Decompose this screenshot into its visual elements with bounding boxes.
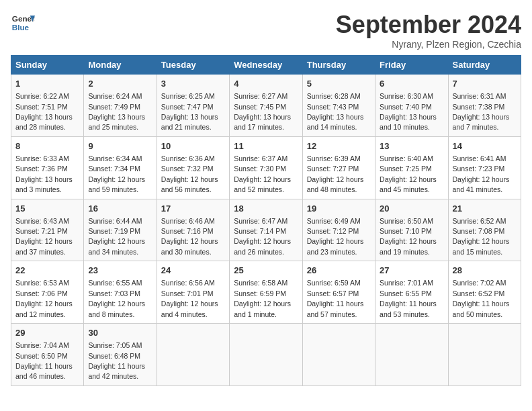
day-number: 21 xyxy=(453,203,517,215)
calendar-cell: 16 Sunrise: 6:44 AMSunset: 7:19 PMDaylig… xyxy=(84,199,157,261)
day-number: 7 xyxy=(453,78,517,90)
calendar-cell: 4 Sunrise: 6:27 AMSunset: 7:45 PMDayligh… xyxy=(230,75,302,137)
calendar-cell: 2 Sunrise: 6:24 AMSunset: 7:49 PMDayligh… xyxy=(84,75,157,137)
day-number: 3 xyxy=(161,78,225,90)
calendar-body: 1 Sunrise: 6:22 AMSunset: 7:51 PMDayligh… xyxy=(11,75,521,386)
page-header: General Blue September 2024 Nyrany, Plze… xyxy=(11,11,521,50)
day-detail: Sunrise: 6:27 AMSunset: 7:45 PMDaylight:… xyxy=(234,92,291,131)
day-detail: Sunrise: 6:47 AMSunset: 7:14 PMDaylight:… xyxy=(234,217,291,256)
location-title: Nyrany, Plzen Region, Czechia xyxy=(336,39,521,50)
calendar-cell: 9 Sunrise: 6:34 AMSunset: 7:34 PMDayligh… xyxy=(84,136,157,199)
day-detail: Sunrise: 7:01 AMSunset: 6:55 PMDaylight:… xyxy=(380,279,437,318)
calendar-week-row: 29 Sunrise: 7:04 AMSunset: 6:50 PMDaylig… xyxy=(11,324,521,386)
day-number: 29 xyxy=(15,327,79,339)
calendar-cell: 3 Sunrise: 6:25 AMSunset: 7:47 PMDayligh… xyxy=(157,75,229,137)
day-number: 2 xyxy=(88,78,152,90)
day-detail: Sunrise: 6:50 AMSunset: 7:10 PMDaylight:… xyxy=(380,217,437,256)
day-detail: Sunrise: 7:02 AMSunset: 6:52 PMDaylight:… xyxy=(453,279,510,318)
day-number: 24 xyxy=(161,265,225,277)
calendar-cell: 1 Sunrise: 6:22 AMSunset: 7:51 PMDayligh… xyxy=(11,75,84,137)
day-detail: Sunrise: 6:56 AMSunset: 7:01 PMDaylight:… xyxy=(161,279,218,318)
day-number: 1 xyxy=(15,78,79,90)
day-number: 10 xyxy=(161,140,225,152)
day-number: 12 xyxy=(307,140,371,152)
col-thursday: Thursday xyxy=(302,56,375,75)
calendar-week-row: 8 Sunrise: 6:33 AMSunset: 7:36 PMDayligh… xyxy=(11,136,521,199)
day-detail: Sunrise: 6:53 AMSunset: 7:06 PMDaylight:… xyxy=(15,279,73,318)
day-detail: Sunrise: 6:44 AMSunset: 7:19 PMDaylight:… xyxy=(88,217,145,256)
day-number: 22 xyxy=(15,265,79,277)
col-wednesday: Wednesday xyxy=(230,56,302,75)
day-number: 26 xyxy=(307,265,371,277)
day-number: 25 xyxy=(234,265,298,277)
day-detail: Sunrise: 6:36 AMSunset: 7:32 PMDaylight:… xyxy=(161,154,218,193)
day-detail: Sunrise: 6:58 AMSunset: 6:59 PMDaylight:… xyxy=(234,279,291,318)
day-number: 30 xyxy=(88,327,152,339)
day-detail: Sunrise: 6:25 AMSunset: 7:47 PMDaylight:… xyxy=(161,92,218,131)
day-detail: Sunrise: 6:28 AMSunset: 7:43 PMDaylight:… xyxy=(307,92,364,131)
day-number: 28 xyxy=(453,265,517,277)
day-detail: Sunrise: 7:05 AMSunset: 6:48 PMDaylight:… xyxy=(88,341,145,380)
calendar-cell: 15 Sunrise: 6:43 AMSunset: 7:21 PMDaylig… xyxy=(11,199,84,261)
col-tuesday: Tuesday xyxy=(157,56,229,75)
calendar-week-row: 22 Sunrise: 6:53 AMSunset: 7:06 PMDaylig… xyxy=(11,261,521,324)
day-detail: Sunrise: 6:49 AMSunset: 7:12 PMDaylight:… xyxy=(307,217,364,256)
logo: General Blue xyxy=(11,11,35,35)
calendar-cell: 5 Sunrise: 6:28 AMSunset: 7:43 PMDayligh… xyxy=(302,75,375,137)
day-detail: Sunrise: 6:22 AMSunset: 7:51 PMDaylight:… xyxy=(15,92,73,131)
calendar-cell: 14 Sunrise: 6:41 AMSunset: 7:23 PMDaylig… xyxy=(448,136,521,199)
calendar-cell: 21 Sunrise: 6:52 AMSunset: 7:08 PMDaylig… xyxy=(448,199,521,261)
calendar-cell: 18 Sunrise: 6:47 AMSunset: 7:14 PMDaylig… xyxy=(230,199,302,261)
day-detail: Sunrise: 6:34 AMSunset: 7:34 PMDaylight:… xyxy=(88,154,145,193)
day-number: 6 xyxy=(380,78,443,90)
col-sunday: Sunday xyxy=(11,56,84,75)
calendar-cell: 27 Sunrise: 7:01 AMSunset: 6:55 PMDaylig… xyxy=(375,261,448,324)
day-detail: Sunrise: 6:46 AMSunset: 7:16 PMDaylight:… xyxy=(161,217,218,256)
day-number: 14 xyxy=(453,140,517,152)
day-number: 16 xyxy=(88,203,152,215)
calendar-cell: 10 Sunrise: 6:36 AMSunset: 7:32 PMDaylig… xyxy=(157,136,229,199)
title-area: September 2024 Nyrany, Plzen Region, Cze… xyxy=(336,11,521,50)
col-saturday: Saturday xyxy=(448,56,521,75)
day-number: 27 xyxy=(380,265,443,277)
day-detail: Sunrise: 6:31 AMSunset: 7:38 PMDaylight:… xyxy=(453,92,510,131)
col-friday: Friday xyxy=(375,56,448,75)
calendar-cell: 26 Sunrise: 6:59 AMSunset: 6:57 PMDaylig… xyxy=(302,261,375,324)
day-detail: Sunrise: 6:52 AMSunset: 7:08 PMDaylight:… xyxy=(453,217,510,256)
day-detail: Sunrise: 7:04 AMSunset: 6:50 PMDaylight:… xyxy=(15,341,73,380)
logo-icon: General Blue xyxy=(11,11,35,35)
calendar-cell: 22 Sunrise: 6:53 AMSunset: 7:06 PMDaylig… xyxy=(11,261,84,324)
day-number: 5 xyxy=(307,78,371,90)
day-detail: Sunrise: 6:30 AMSunset: 7:40 PMDaylight:… xyxy=(380,92,437,131)
svg-text:Blue: Blue xyxy=(12,23,30,32)
col-monday: Monday xyxy=(84,56,157,75)
calendar-week-row: 15 Sunrise: 6:43 AMSunset: 7:21 PMDaylig… xyxy=(11,199,521,261)
calendar-cell: 13 Sunrise: 6:40 AMSunset: 7:25 PMDaylig… xyxy=(375,136,448,199)
calendar-cell: 12 Sunrise: 6:39 AMSunset: 7:27 PMDaylig… xyxy=(302,136,375,199)
calendar-cell: 24 Sunrise: 6:56 AMSunset: 7:01 PMDaylig… xyxy=(157,261,229,324)
day-detail: Sunrise: 6:39 AMSunset: 7:27 PMDaylight:… xyxy=(307,154,364,193)
calendar-week-row: 1 Sunrise: 6:22 AMSunset: 7:51 PMDayligh… xyxy=(11,75,521,137)
calendar-cell xyxy=(375,324,448,386)
calendar-cell: 7 Sunrise: 6:31 AMSunset: 7:38 PMDayligh… xyxy=(448,75,521,137)
calendar-cell: 20 Sunrise: 6:50 AMSunset: 7:10 PMDaylig… xyxy=(375,199,448,261)
calendar-cell: 23 Sunrise: 6:55 AMSunset: 7:03 PMDaylig… xyxy=(84,261,157,324)
calendar-cell xyxy=(448,324,521,386)
day-number: 11 xyxy=(234,140,298,152)
day-number: 13 xyxy=(380,140,443,152)
calendar-cell: 29 Sunrise: 7:04 AMSunset: 6:50 PMDaylig… xyxy=(11,324,84,386)
day-detail: Sunrise: 6:24 AMSunset: 7:49 PMDaylight:… xyxy=(88,92,145,131)
day-number: 19 xyxy=(307,203,371,215)
day-detail: Sunrise: 6:43 AMSunset: 7:21 PMDaylight:… xyxy=(15,217,73,256)
day-number: 15 xyxy=(15,203,79,215)
day-detail: Sunrise: 6:59 AMSunset: 6:57 PMDaylight:… xyxy=(307,279,364,318)
day-number: 8 xyxy=(15,140,79,152)
calendar-cell xyxy=(302,324,375,386)
calendar-header-row: Sunday Monday Tuesday Wednesday Thursday… xyxy=(11,56,521,75)
day-number: 23 xyxy=(88,265,152,277)
day-number: 4 xyxy=(234,78,298,90)
calendar-table: Sunday Monday Tuesday Wednesday Thursday… xyxy=(11,55,521,386)
day-detail: Sunrise: 6:40 AMSunset: 7:25 PMDaylight:… xyxy=(380,154,437,193)
calendar-cell: 11 Sunrise: 6:37 AMSunset: 7:30 PMDaylig… xyxy=(230,136,302,199)
month-title: September 2024 xyxy=(336,11,521,39)
